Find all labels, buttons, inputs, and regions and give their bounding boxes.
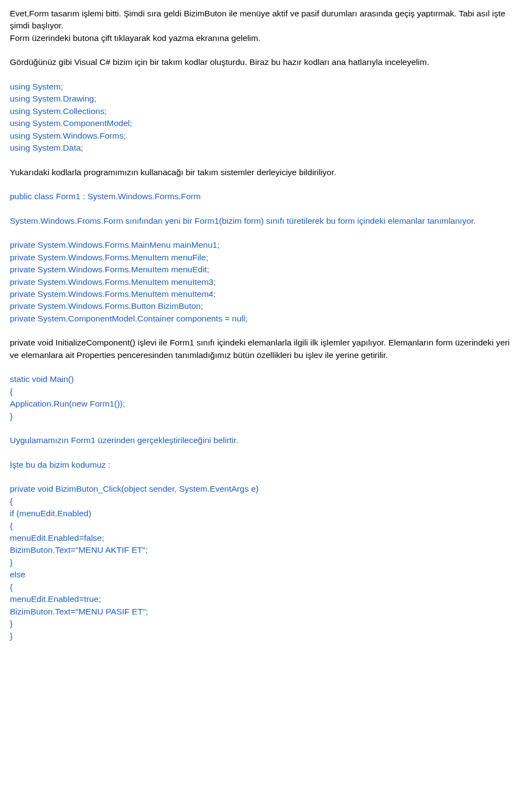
code-line: private System.Windows.Forms.MainMenu ma… [10, 239, 514, 251]
paragraph-inspect: Gördüğünüz gibi Visual C# bizim için bir… [10, 56, 514, 68]
code-line: menuEdit.Enabled=true; [10, 593, 514, 605]
code-line: } [10, 618, 514, 630]
text: Form üzerindeki butona çift tıklayarak k… [10, 33, 260, 43]
code-class-decl: public class Form1 : System.Windows.Form… [10, 190, 514, 202]
paragraph-intro: Evet,Form tasarım işlemi bitti. Şimdi sı… [10, 8, 514, 44]
paragraph-class-explain: System.Windows.Froms.Form sınıfından yen… [10, 215, 514, 227]
code-line: private System.Windows.Forms.MenuItem me… [10, 264, 514, 276]
paragraph-using-explain: Yukarıdaki kodlarla programımızın kullan… [10, 166, 514, 178]
code-line: } [10, 410, 514, 422]
code-line: } [10, 630, 514, 642]
code-line: using System.Drawing; [10, 93, 514, 105]
code-line: private System.Windows.Forms.Button Bizi… [10, 300, 514, 312]
code-line: Application.Run(new Form1()); [10, 398, 514, 410]
code-line: static void Main() [10, 373, 514, 385]
code-line: private System.Windows.Forms.MenuItem me… [10, 288, 514, 300]
text: Evet,Form tasarım işlemi bitti. Şimdi sı… [10, 9, 505, 30]
code-line: else [10, 569, 514, 581]
code-line: private System.ComponentModel.Container … [10, 313, 514, 325]
code-line: menuEdit.Enabled=false; [10, 532, 514, 544]
code-line: BizimButon.Text="MENU PASIF ET"; [10, 606, 514, 618]
code-using-block: using System; using System.Drawing; usin… [10, 81, 514, 154]
code-line: using System.ComponentModel; [10, 117, 514, 129]
code-line: using System.Windows.Forms; [10, 130, 514, 142]
paragraph-initcomponent: private void InitializeComponent() işlev… [10, 337, 514, 361]
code-line: private System.Windows.Forms.MenuItem me… [10, 276, 514, 288]
code-line: using System; [10, 81, 514, 93]
code-line: } [10, 557, 514, 569]
code-line: { [10, 581, 514, 593]
code-main-block: static void Main() { Application.Run(new… [10, 373, 514, 422]
code-line: { [10, 495, 514, 507]
code-line: if (menuEdit.Enabled) [10, 507, 514, 520]
code-line: { [10, 386, 514, 398]
code-line: using System.Collections; [10, 105, 514, 117]
code-line: using System.Data; [10, 142, 514, 154]
code-line: BizimButon.Text="MENU AKTIF ET"; [10, 544, 514, 556]
paragraph-main-explain: Uygulamamızın Form1 üzerinden gerçekleşt… [10, 434, 514, 446]
code-privates-block: private System.Windows.Forms.MainMenu ma… [10, 239, 514, 325]
code-line: private void BizimButon_Click(object sen… [10, 483, 514, 495]
code-line: private System.Windows.Forms.MenuItem me… [10, 252, 514, 264]
code-handler-block: private void BizimButon_Click(object sen… [10, 483, 514, 642]
paragraph-our-code: İşte bu da bizim kodumuz : [10, 459, 514, 471]
code-line: { [10, 520, 514, 532]
